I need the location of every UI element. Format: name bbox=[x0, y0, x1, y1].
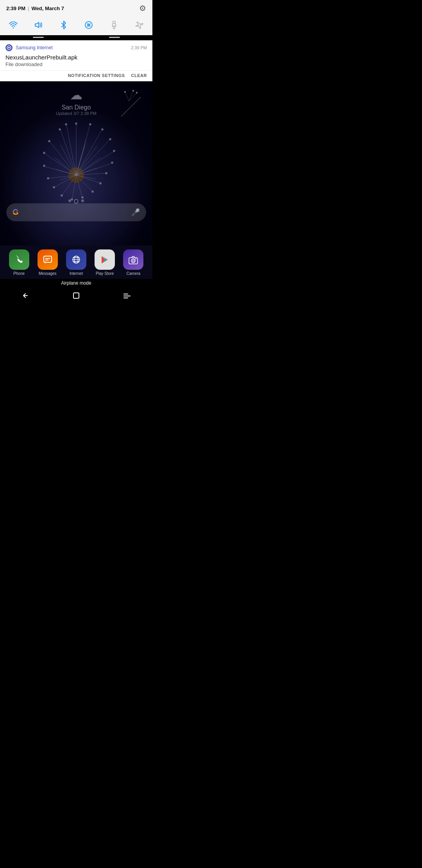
svg-point-17 bbox=[113, 150, 115, 152]
svg-point-71 bbox=[131, 259, 135, 263]
google-search-bar[interactable]: G 🎤 bbox=[6, 203, 146, 221]
svg-point-35 bbox=[47, 177, 49, 179]
back-button[interactable] bbox=[15, 289, 36, 305]
svg-point-15 bbox=[109, 138, 111, 140]
notification-actions: NOTIFICATION SETTINGS CLEAR bbox=[0, 70, 152, 81]
notification-body: NexusLauncherPrebuilt.apk File downloade… bbox=[0, 53, 152, 70]
home-dot bbox=[74, 199, 78, 203]
svg-point-27 bbox=[82, 196, 84, 198]
app-camera[interactable]: Camera bbox=[121, 249, 146, 276]
page-dot-1 bbox=[68, 199, 71, 202]
playstore-label: Play Store bbox=[96, 271, 114, 276]
app-internet[interactable]: Internet bbox=[64, 249, 89, 276]
flashlight-toggle[interactable] bbox=[107, 18, 121, 32]
status-right-icons: ⚙ bbox=[139, 4, 146, 13]
svg-point-21 bbox=[106, 172, 107, 174]
weather-updated: Updated 3/7 2:38 PM bbox=[56, 111, 97, 116]
microphone-icon[interactable]: 🎤 bbox=[131, 208, 140, 217]
menu-button[interactable] bbox=[117, 289, 137, 304]
svg-point-72 bbox=[132, 260, 134, 262]
app-dock: Phone Messages Internet bbox=[0, 246, 152, 279]
wifi-toggle[interactable] bbox=[6, 18, 20, 32]
svg-point-23 bbox=[100, 182, 102, 184]
wallpaper-background: ☁ San Diego Updated 3/7 2:38 PM G 🎤 bbox=[0, 81, 152, 246]
svg-point-0 bbox=[13, 27, 14, 29]
internet-icon[interactable] bbox=[66, 249, 86, 270]
svg-rect-62 bbox=[44, 256, 52, 262]
svg-point-11 bbox=[89, 123, 91, 125]
notif-title: NexusLauncherPrebuilt.apk bbox=[5, 54, 147, 61]
svg-rect-3 bbox=[113, 21, 115, 23]
settings-icon[interactable]: ⚙ bbox=[139, 4, 146, 13]
phone-icon[interactable] bbox=[9, 249, 29, 270]
notification-settings-button[interactable]: NOTIFICATION SETTINGS bbox=[68, 73, 125, 78]
notif-subtitle: File downloaded bbox=[5, 61, 147, 67]
quick-settings-row bbox=[0, 16, 152, 35]
drag-handle-area bbox=[0, 35, 152, 40]
svg-point-61 bbox=[124, 91, 126, 93]
google-g-icon: G bbox=[13, 208, 19, 217]
weather-location: San Diego bbox=[56, 104, 97, 111]
svg-point-60 bbox=[132, 90, 134, 91]
airplane-toggle[interactable] bbox=[132, 18, 146, 32]
svg-point-9 bbox=[75, 122, 77, 124]
svg-rect-74 bbox=[73, 293, 79, 298]
airplane-toast-text: Airplane mode bbox=[61, 280, 91, 286]
weather-widget: ☁ San Diego Updated 3/7 2:38 PM bbox=[56, 88, 97, 116]
dock-indicators bbox=[68, 199, 84, 203]
recents-button[interactable] bbox=[66, 289, 86, 304]
nfc-toggle[interactable] bbox=[82, 18, 96, 32]
svg-rect-73 bbox=[135, 258, 136, 259]
home-screen: ☁ San Diego Updated 3/7 2:38 PM G 🎤 bbox=[0, 81, 152, 246]
svg-point-19 bbox=[111, 161, 113, 163]
svg-point-41 bbox=[48, 140, 50, 142]
camera-label: Camera bbox=[127, 271, 141, 276]
notification-panel: Samsung Internet 2:39 PM NexusLauncherPr… bbox=[0, 40, 152, 81]
svg-point-13 bbox=[102, 128, 104, 130]
drag-handle bbox=[33, 37, 44, 38]
playstore-icon[interactable] bbox=[95, 249, 115, 270]
svg-point-59 bbox=[136, 92, 138, 93]
notif-app-name: Samsung Internet bbox=[16, 45, 53, 50]
svg-point-39 bbox=[43, 152, 45, 154]
app-messages[interactable]: Messages bbox=[35, 249, 60, 276]
notification-header: Samsung Internet 2:39 PM bbox=[0, 40, 152, 53]
phone-label: Phone bbox=[13, 271, 25, 276]
volume-toggle[interactable] bbox=[31, 18, 45, 32]
quick-settings-panel bbox=[0, 16, 152, 40]
svg-point-43 bbox=[59, 128, 61, 130]
app-phone[interactable]: Phone bbox=[7, 249, 32, 276]
airplane-mode-toast: Airplane mode bbox=[0, 279, 152, 287]
clear-notification-button[interactable]: CLEAR bbox=[131, 73, 147, 78]
status-bar: 2:39 PM | Wed, March 7 ⚙ bbox=[0, 0, 152, 16]
notif-time: 2:39 PM bbox=[131, 45, 147, 50]
internet-label: Internet bbox=[70, 271, 83, 276]
status-time-area: 2:39 PM | Wed, March 7 bbox=[6, 5, 64, 11]
app-playstore[interactable]: Play Store bbox=[92, 249, 117, 276]
notif-app-icon bbox=[5, 44, 13, 51]
navigation-bar bbox=[0, 287, 152, 308]
svg-point-33 bbox=[53, 186, 55, 188]
svg-point-31 bbox=[61, 194, 63, 196]
svg-point-25 bbox=[92, 190, 94, 192]
camera-icon[interactable] bbox=[123, 249, 143, 270]
page-dot-3 bbox=[81, 199, 84, 202]
svg-point-45 bbox=[65, 123, 67, 125]
svg-point-37 bbox=[43, 165, 45, 167]
drag-handle-2 bbox=[109, 37, 120, 38]
svg-rect-4 bbox=[113, 26, 115, 29]
messages-icon[interactable] bbox=[38, 249, 58, 270]
current-time: 2:39 PM bbox=[6, 5, 25, 11]
bluetooth-toggle[interactable] bbox=[57, 18, 71, 32]
weather-cloud-icon: ☁ bbox=[56, 88, 97, 102]
current-date: Wed, March 7 bbox=[32, 5, 64, 11]
time-divider: | bbox=[28, 5, 29, 11]
messages-label: Messages bbox=[39, 271, 57, 276]
